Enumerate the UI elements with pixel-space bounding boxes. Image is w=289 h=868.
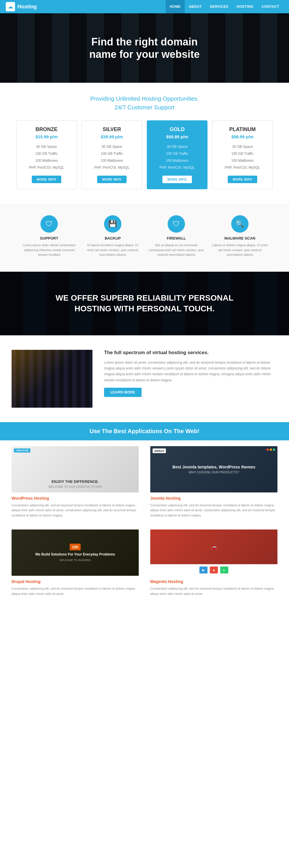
virtual-title: The full spectrum of virtual hosting ser…	[104, 350, 278, 355]
drupal-thumbnail: 100 We Build Solutions For Your Everyday…	[11, 529, 139, 576]
platinum-price: $99.99 p/m	[217, 134, 268, 139]
feature-firewall: 🛡 FIREWALL Nisi ut aliquip ex ea commodo…	[145, 212, 208, 260]
brand-name: Hosting	[17, 4, 37, 10]
support-icon: 🛡	[40, 215, 58, 232]
magento-top: 🚗	[150, 529, 278, 564]
app-joomla: webco Best Joomla templates, WordPress t…	[145, 440, 283, 524]
app-wordpress: CREATIVE ENJOY THE DIFFERENCE. WELCOME T…	[6, 440, 145, 524]
malware-title: MALWARE SCAN	[211, 236, 269, 241]
platinum-features: 30 GB Space 100 GB Traffic 100 Mailboxes…	[217, 143, 268, 171]
magento-inner: 🚗 ▶ ■ ▷	[150, 529, 278, 576]
virtual-hosting-image	[11, 350, 93, 408]
reliability-banner: WE OFFER SUPERB RELIABILITY PERSONAL HOS…	[0, 272, 289, 335]
wordpress-title: WordPress Hosting	[11, 496, 139, 500]
feature-support: 🛡 SUPPORT Lorem ipsum dolor sitmet conse…	[17, 212, 81, 260]
joomla-thumbnail: webco Best Joomla templates, WordPress t…	[150, 446, 278, 492]
drupal-inner: 100 We Build Solutions For Your Everyday…	[11, 529, 139, 576]
magento-desc: Consectetur adipiscing elit, sed do eius…	[150, 586, 278, 596]
app-grid: CREATIVE ENJOY THE DIFFERENCE. WELCOME T…	[0, 440, 289, 611]
drupal-100-badge: 100	[70, 544, 81, 550]
banner-text: WE OFFER SUPERB RELIABILITY PERSONAL HOS…	[38, 293, 251, 314]
wordpress-thumb-text: ENJOY THE DIFFERENCE.	[11, 479, 139, 484]
backup-icon: 💾	[104, 215, 121, 232]
pricing-bronze: BRONZE $15.99 p/m 30 GB Space 100 GB Tra…	[16, 120, 77, 189]
gold-more-button[interactable]: MORE INFO	[162, 176, 192, 183]
joomla-big-text: Best Joomla templates, WordPress themes	[173, 465, 255, 469]
pricing-platinum: PLATINUM $99.99 p/m 30 GB Space 100 GB T…	[212, 120, 273, 189]
firewall-icon: 🛡	[168, 215, 185, 232]
apps-header-section: Use The Best Applications On The Web!	[0, 422, 289, 440]
wordpress-thumb-sub: WELCOME TO OUR CREATIVE STUDIO	[11, 485, 139, 488]
virtual-body: Lorem ipsum dolor sit amet, consectetur …	[104, 360, 278, 383]
nav-services[interactable]: SERVICES	[206, 0, 232, 13]
subtitle-heading: Providing Unlimited Hosting Opportunitie…	[6, 94, 283, 112]
app-magento: 🚗 ▶ ■ ▷ Magento Hosting Consectetur adip…	[145, 524, 283, 602]
feature-malware: 🔍 MALWARE SCAN Labore et dolore magna al…	[208, 212, 272, 260]
hero-heading: Find the right domain name for your webs…	[89, 36, 200, 60]
wordpress-desc: Consectetur adipiscing elit, sed do eius…	[11, 503, 139, 518]
joomla-title: Joomla Hosting	[150, 496, 278, 500]
joomla-desc: Consectetur adipiscing elit, sed do eius…	[150, 503, 278, 518]
silver-more-button[interactable]: MORE INFO	[97, 176, 127, 183]
drupal-text: We Build Solutions For Your Everyday Pro…	[35, 552, 115, 557]
navbar: ☁ Hosting HOME ABOUT SERVICES HOSTING CO…	[0, 0, 289, 13]
nav-about[interactable]: ABOUT	[185, 0, 206, 13]
brand: ☁ Hosting	[6, 2, 37, 11]
wordpress-thumbnail: CREATIVE ENJOY THE DIFFERENCE. WELCOME T…	[11, 446, 139, 492]
feature-backup: 💾 BACKUP Ut labore et dolore magna aliqu…	[81, 212, 145, 260]
bronze-features: 30 GB Space 100 GB Traffic 100 Mailboxes…	[21, 143, 72, 171]
support-title: SUPPORT	[20, 236, 78, 241]
backup-desc: Ut labore et dolore magna aliqua. Ut eni…	[84, 243, 142, 257]
wordpress-thumb-label: CREATIVE	[14, 448, 30, 453]
bronze-more-button[interactable]: MORE INFO	[32, 176, 62, 183]
nav-hosting[interactable]: HOSTING	[232, 0, 257, 13]
malware-desc: Labore et dolore magna aliqua. Ut enim a…	[211, 243, 269, 257]
firewall-desc: Nisi ut aliquip ex ea commodo consequat …	[147, 243, 205, 257]
gold-features: 30 GB Space 100 GB Traffic 100 Mailboxes…	[152, 143, 203, 171]
malware-icon: 🔍	[231, 215, 249, 232]
backup-title: BACKUP	[84, 236, 142, 241]
magento-title: Magento Hosting	[150, 579, 278, 584]
drupal-title: Drupal Hosting	[11, 579, 139, 584]
magento-bottom: ▶ ■ ▷	[150, 564, 278, 576]
nav-contact[interactable]: CONTACT	[257, 0, 283, 13]
nav-menu: HOME ABOUT SERVICES HOSTING CONTACT	[166, 0, 283, 13]
magento-btn-1: ▶	[200, 566, 208, 574]
virtual-hosting-content: The full spectrum of virtual hosting ser…	[104, 350, 278, 408]
magento-btn-2: ■	[210, 566, 218, 574]
banner-heading: WE OFFER SUPERB RELIABILITY PERSONAL HOS…	[56, 293, 233, 314]
apps-heading: Use The Best Applications On The Web!	[6, 428, 283, 435]
bronze-price: $15.99 p/m	[21, 134, 72, 139]
pricing-gold: GOLD $59.99 p/m 30 GB Space 100 GB Traff…	[147, 120, 208, 189]
magento-btn-3: ▷	[220, 566, 228, 574]
drupal-desc: Consectetur adipiscing elit, sed do eius…	[11, 586, 139, 596]
firewall-title: FIREWALL	[147, 236, 205, 241]
hero-section: Find the right domain name for your webs…	[0, 13, 289, 83]
nav-home[interactable]: HOME	[166, 0, 185, 13]
silver-features: 30 GB Space 100 GB Traffic 100 Mailboxes…	[86, 143, 137, 171]
bronze-name: BRONZE	[21, 126, 72, 132]
features-section: 🛡 SUPPORT Lorem ipsum dolor sitmet conse…	[0, 204, 289, 272]
silver-name: SILVER	[86, 126, 137, 132]
pricing-silver: SILVER $39.99 p/m 30 GB Space 100 GB Tra…	[81, 120, 142, 189]
gold-price: $59.99 p/m	[152, 134, 203, 139]
magento-thumbnail: 🚗 ▶ ■ ▷	[150, 529, 278, 576]
car-icon: 🚗	[210, 544, 218, 550]
silver-price: $39.99 p/m	[86, 134, 137, 139]
logo-icon: ☁	[6, 2, 15, 11]
app-drupal: 100 We Build Solutions For Your Everyday…	[6, 524, 145, 602]
joomla-inner: Best Joomla templates, WordPress themes …	[150, 446, 278, 492]
joomla-sub-text: WHY CHOOSE OUR PRODUCTS?	[189, 470, 239, 474]
drupal-welcome: WELCOME TO HUNDRED	[60, 559, 91, 562]
virtual-hosting-section: The full spectrum of virtual hosting ser…	[0, 335, 289, 422]
learn-more-button[interactable]: LEARN MORE	[104, 388, 142, 397]
subtitle-section: Providing Unlimited Hosting Opportunitie…	[0, 83, 289, 120]
pricing-section: BRONZE $15.99 p/m 30 GB Space 100 GB Tra…	[0, 120, 289, 204]
support-desc: Lorem ipsum dolor sitmet consectetur adi…	[20, 243, 78, 257]
hero-text: Find the right domain name for your webs…	[78, 36, 211, 60]
platinum-more-button[interactable]: MORE INFO	[228, 176, 257, 183]
gold-name: GOLD	[152, 126, 203, 132]
platinum-name: PLATINUM	[217, 126, 268, 132]
